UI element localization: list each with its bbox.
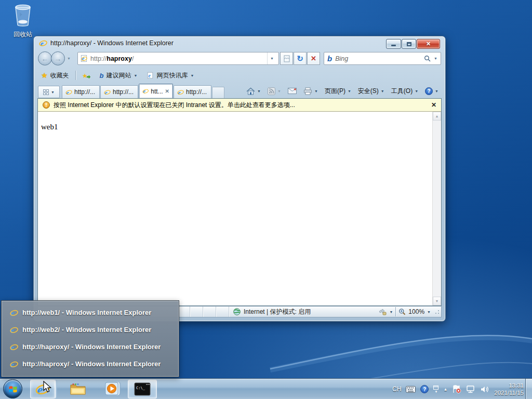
window-list-item[interactable]: e http://haproxy/ - Windows Internet Exp…: [2, 338, 179, 355]
read-mail-button[interactable]: [285, 87, 299, 95]
maximize-button[interactable]: [402, 39, 416, 49]
tab-2[interactable]: e http://...: [100, 85, 138, 98]
ime-indicator[interactable]: CH: [392, 385, 401, 393]
volume-icon[interactable]: [480, 385, 489, 393]
zoom-level[interactable]: 100%: [408, 308, 424, 315]
taskbar-explorer-button[interactable]: [66, 380, 89, 398]
chevron-down-icon: ▼: [435, 89, 438, 93]
ie-icon: e: [39, 39, 47, 47]
status-segment: [190, 307, 203, 317]
taskbar-cmd-button[interactable]: C:\_: [128, 380, 157, 398]
ie-icon: e: [10, 309, 18, 317]
show-desktop-button[interactable]: [525, 379, 532, 399]
home-icon: [246, 87, 255, 95]
information-bar-close-icon[interactable]: ✕: [431, 101, 436, 109]
bing-logo-icon: b: [327, 54, 332, 63]
favorites-star-icon: ★: [41, 71, 48, 79]
printer-icon: [303, 87, 312, 95]
new-tab-button[interactable]: [212, 87, 224, 98]
chevron-down-icon: ▼: [257, 89, 261, 93]
window-list-item[interactable]: e http://web2/ - Windows Internet Explor…: [2, 321, 179, 338]
page-menu-button[interactable]: 页面(P) ▼: [322, 86, 354, 97]
status-right-controls: ▼ 100% ▼: [378, 307, 441, 316]
chevron-down-icon: ▼: [348, 89, 351, 93]
recycle-bin[interactable]: 回收站: [6, 3, 39, 39]
web-slices-label: 网页快讯库: [156, 71, 188, 80]
window-list-item[interactable]: e http://web1/ - Windows Internet Explor…: [2, 304, 179, 321]
ie-icon: e: [142, 88, 149, 95]
address-dropdown[interactable]: ▼: [267, 52, 276, 64]
chevron-down-icon: ▼: [314, 89, 318, 93]
close-icon: ✕: [426, 41, 431, 47]
back-button[interactable]: ←: [38, 51, 52, 65]
show-hidden-icons-button[interactable]: ▲: [443, 387, 447, 392]
resize-grip[interactable]: [434, 309, 440, 314]
quick-tabs-button[interactable]: ▼: [38, 86, 60, 98]
clock-date: 2021/11/15: [494, 389, 524, 396]
tab-label: http://...: [186, 88, 207, 96]
tray-window-icon[interactable]: ▼: [433, 385, 438, 393]
zoom-dropdown[interactable]: ▼: [427, 310, 431, 314]
close-button[interactable]: ✕: [417, 39, 440, 49]
web-slices-button[interactable]: e 网页快讯库 ▼: [143, 70, 197, 82]
print-button[interactable]: ▼: [301, 86, 321, 96]
tab-1[interactable]: e http://...: [62, 85, 100, 98]
ie-icon: e: [177, 89, 184, 96]
network-icon[interactable]: [466, 385, 475, 393]
taskbar-clock[interactable]: 13:31 2021/11/15: [494, 382, 524, 397]
suggested-sites-button[interactable]: b 建议网站 ▼: [97, 70, 141, 82]
tray-help-icon[interactable]: ?: [420, 385, 429, 393]
forward-button[interactable]: →: [51, 51, 65, 65]
web-slices-icon: e: [147, 72, 154, 79]
zoom-icon: [398, 308, 406, 315]
history-dropdown[interactable]: ▼: [67, 57, 71, 60]
feeds-button[interactable]: ▼: [265, 86, 284, 96]
favorites-button[interactable]: ★ 收藏夹: [38, 70, 72, 82]
ie-icon: e: [10, 343, 18, 351]
chevron-down-icon[interactable]: ▼: [389, 310, 393, 314]
information-bar-text[interactable]: 按照 Internet Explorer 中的默认设置现在已关闭 Intrane…: [54, 101, 295, 110]
window-list-item[interactable]: e http://haproxy/ - Windows Internet Exp…: [2, 355, 179, 373]
security-zone: Internet | 保护模式: 启用: [229, 308, 315, 316]
action-center-flag-icon[interactable]: [452, 385, 461, 393]
help-menu-button[interactable]: ? ▼: [422, 86, 441, 96]
scroll-up-button[interactable]: ▲: [433, 112, 441, 121]
taskbar: e C:\_: [0, 378, 532, 399]
help-icon: ?: [425, 87, 433, 95]
start-button[interactable]: [3, 379, 22, 398]
minimize-button[interactable]: [386, 39, 401, 49]
tab-close-icon[interactable]: ✕: [165, 88, 169, 94]
ie-icon: e: [10, 360, 18, 368]
information-bar[interactable]: ! 按照 Internet Explorer 中的默认设置现在已关闭 Intra…: [38, 99, 441, 112]
safety-menu-button[interactable]: 安全(S) ▼: [355, 86, 387, 97]
refresh-button[interactable]: ↻: [294, 52, 307, 65]
command-prompt-icon: C:\_: [134, 382, 151, 396]
quick-tabs-icon: [43, 89, 49, 95]
keyboard-icon[interactable]: [406, 386, 416, 393]
stop-button[interactable]: ✕: [307, 52, 320, 65]
clock-time: 13:31: [494, 382, 524, 389]
page-menu-label: 页面(P): [325, 87, 345, 96]
taskbar-media-player-button[interactable]: [101, 380, 124, 398]
tab-3-active[interactable]: e htt... ✕: [139, 84, 173, 98]
home-button[interactable]: ▼: [244, 86, 263, 96]
address-text[interactable]: http://haproxy/: [90, 55, 264, 62]
tab-4[interactable]: e http://...: [174, 85, 211, 98]
add-favorites-bar-button[interactable]: ★: [79, 70, 94, 81]
maximize-icon: [407, 42, 411, 46]
search-placeholder[interactable]: Bing: [335, 55, 421, 62]
search-dropdown[interactable]: ▼: [434, 57, 437, 60]
title-bar[interactable]: e http://haproxy/ - Windows Internet Exp…: [34, 36, 445, 50]
address-bar[interactable]: e http://haproxy/ ▼: [77, 52, 279, 65]
scroll-down-button[interactable]: ▼: [433, 297, 441, 305]
compatibility-view-button[interactable]: [280, 52, 293, 65]
search-icon[interactable]: [424, 55, 431, 62]
tools-menu-button[interactable]: 工具(O) ▼: [389, 86, 421, 97]
add-favorite-icon: ★: [82, 72, 90, 79]
vertical-scrollbar[interactable]: ▲ ▼: [432, 112, 441, 305]
recycle-bin-icon: [12, 3, 33, 27]
compatibility-mode-icon[interactable]: [378, 309, 387, 315]
chevron-down-icon: ▼: [381, 89, 384, 93]
search-box[interactable]: b Bing ▼: [324, 52, 441, 65]
suggested-sites-icon: b: [100, 72, 104, 79]
